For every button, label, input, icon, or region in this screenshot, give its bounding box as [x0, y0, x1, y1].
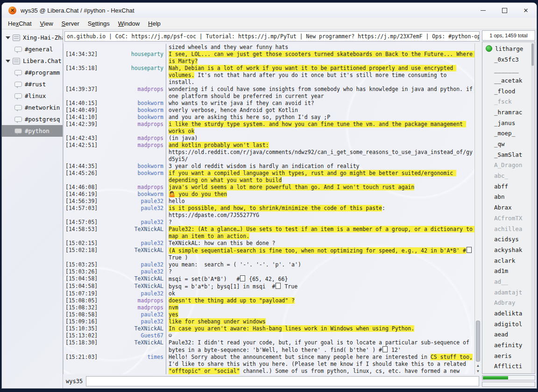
user-list-item[interactable]: ad1m: [486, 266, 531, 276]
user-list-item[interactable]: adamtajt: [486, 287, 531, 298]
user-list-item[interactable]: litharge: [486, 43, 531, 54]
sidebar-item-libera-chat[interactable]: Libera.Chat: [2, 55, 63, 67]
user-list-item[interactable]: adigitol: [486, 319, 531, 329]
sidebar-item--programm[interactable]: ##programm: [2, 67, 63, 78]
message-text: i like the sturdy type system. and how y…: [166, 121, 474, 135]
channel-icon: [14, 82, 22, 87]
chat-scrollbar[interactable]: ▲ ▼: [474, 43, 481, 374]
message-link[interactable]: https://old.reddit.com/r/java/comments/n…: [169, 149, 473, 162]
message-text: java's world seems a lot more powerful t…: [166, 184, 474, 191]
user-list-item[interactable]: aclark: [486, 255, 531, 266]
user-list-item[interactable]: achillea: [486, 224, 531, 234]
timestamp: [15:03:26]: [65, 268, 98, 275]
user-list-item[interactable]: aefinity: [486, 340, 531, 350]
minimize-button[interactable]: [472, 3, 494, 18]
plain-text: ok: [169, 290, 175, 297]
user-list-item[interactable]: ad__: [486, 276, 531, 287]
user-list-item[interactable]: adelikta: [486, 308, 531, 319]
message-input[interactable]: [86, 376, 479, 386]
menu-view[interactable]: View: [36, 19, 57, 28]
message-meta: [14:44:35]bookworm: [65, 163, 166, 170]
chat-log: sized wheels and they wear funny hats[14…: [64, 43, 475, 374]
server-icon: [13, 58, 20, 64]
user-list-item[interactable]: aeris: [486, 350, 531, 361]
user-list-item[interactable]: _SamSlat: [486, 149, 531, 160]
user-list-item[interactable]: agireud: [486, 371, 531, 374]
sidebar-item--python[interactable]: #python: [2, 125, 63, 137]
topic-input[interactable]: on.github.io | CoC: https://j.mp/psf-coc…: [64, 31, 480, 42]
user-list-item[interactable]: _qw: [486, 139, 531, 149]
scroll-down-icon[interactable]: ▼: [475, 368, 481, 374]
chat-scrollbar-thumb[interactable]: [476, 321, 480, 362]
nickname: TeXNickAL: [134, 339, 163, 354]
meters: [482, 375, 535, 387]
expander-icon[interactable]: [6, 35, 10, 40]
user-list-item[interactable]: _janus: [486, 118, 531, 128]
menu-server[interactable]: Server: [57, 19, 84, 28]
user-nick: _fsck: [494, 98, 512, 105]
message-link[interactable]: https://dpaste.com/7J55277YG: [169, 212, 259, 218]
sidebar-item--linux[interactable]: #linux: [2, 90, 63, 102]
status-dot-placeholder: [486, 343, 491, 348]
user-list-item[interactable]: abn: [486, 192, 531, 203]
sidebar-item-xing-hai-zha[interactable]: Xing-Hai-Zha: [2, 32, 63, 43]
highlighted-text: (A simple sequential-search is fine too,…: [169, 247, 466, 254]
highlighted-text: is it possible, and how, to shrink/minim…: [169, 205, 382, 211]
tree-item-label: #general: [25, 46, 53, 53]
user-list-item[interactable]: Adbray: [486, 298, 531, 308]
status-dot-placeholder: [486, 300, 491, 306]
user-nick: abff: [494, 183, 508, 190]
user-list-item[interactable]: A_Dragon: [486, 160, 531, 171]
user-list-item[interactable]: _fsck: [486, 96, 531, 107]
menu-help[interactable]: Help: [144, 19, 165, 28]
missing-glyph-icon: [382, 346, 388, 352]
status-dot-placeholder: [486, 353, 491, 358]
close-button[interactable]: ✕: [515, 3, 537, 18]
scroll-up-icon[interactable]: ▲: [475, 363, 481, 368]
message-text: Nah, Debian is a lot of work if you want…: [166, 65, 474, 86]
menu-window[interactable]: Window: [114, 19, 144, 28]
timestamp: [15:10:35]: [65, 325, 98, 332]
user-list-item[interactable]: _hramrac: [486, 107, 531, 118]
timestamp: [14:42:39]: [65, 121, 98, 135]
sidebar-item--postgresq[interactable]: #postgresq: [2, 113, 63, 125]
plain-text: :: [382, 205, 389, 211]
user-list-item[interactable]: _flood: [486, 86, 531, 97]
menu-hexchat[interactable]: HexChat: [4, 19, 36, 28]
timestamp: [14:44:35]: [65, 163, 98, 170]
message-meta: [15:08:05]madprops: [65, 297, 166, 304]
user-list-item[interactable]: _moep_: [486, 128, 531, 139]
maximize-button[interactable]: [494, 3, 515, 18]
user-list-item[interactable]: abc_: [486, 170, 531, 181]
user-list-item[interactable]: ACfromTX: [486, 213, 531, 224]
expander-icon[interactable]: [6, 59, 10, 63]
sidebar-item--networkin[interactable]: #networkin: [2, 102, 63, 113]
status-dot-placeholder: [486, 247, 491, 252]
nickname: times: [147, 354, 163, 374]
user-list-item[interactable]: __acetak: [486, 75, 531, 86]
user-list-item[interactable]: ackyshak: [486, 245, 531, 255]
user-list-item[interactable]: acidsys: [486, 234, 531, 245]
menu-settings[interactable]: Settings: [84, 19, 114, 28]
message-row: [14:45:26]bookwormif you want a compiled…: [65, 170, 474, 184]
message-text: doesn't the thing add up to "payload" ?: [166, 297, 474, 304]
user-nick: _SamSlat: [494, 151, 522, 158]
user-list-item[interactable]: aead: [486, 329, 531, 340]
user-list-item[interactable]: abff: [486, 181, 531, 192]
missing-glyph-icon: [467, 247, 472, 253]
sidebar-item--general[interactable]: #general: [2, 43, 63, 55]
user-list-item[interactable]: _______: [486, 64, 531, 75]
user-list-item[interactable]: _0x5fc3: [486, 54, 531, 65]
user-list-item[interactable]: Afflicti: [486, 361, 531, 372]
userlist-scrollbar-thumb[interactable]: [531, 43, 534, 66]
channel-icon: [14, 105, 22, 110]
timestamp: [14:42:51]: [65, 142, 98, 163]
status-dot-placeholder: [486, 279, 491, 284]
user-nick: aefinity: [494, 342, 522, 349]
userlist-scrollbar[interactable]: [531, 42, 534, 373]
status-dot-placeholder: [486, 77, 491, 83]
user-list-item[interactable]: Abrax: [486, 202, 531, 213]
plain-text: ?: [169, 219, 172, 225]
sidebar-item--rust[interactable]: ##rust: [2, 78, 63, 90]
plain-text: hello: [169, 198, 185, 204]
